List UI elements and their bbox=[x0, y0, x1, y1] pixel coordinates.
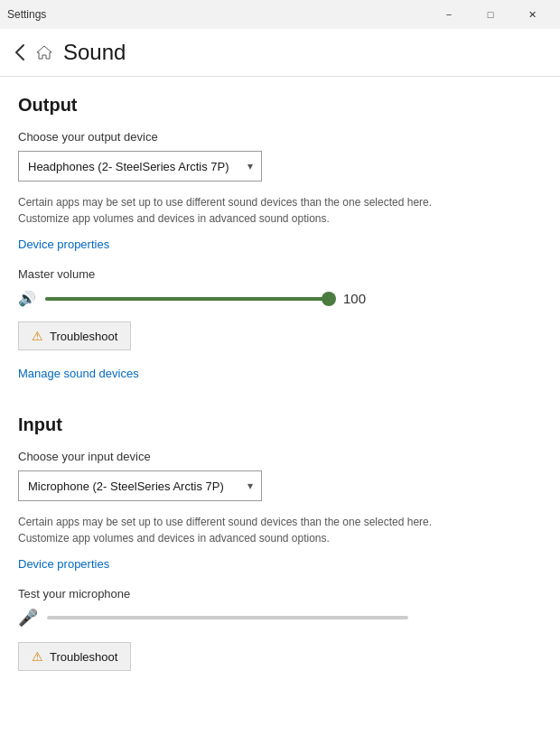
main-content: Output Choose your output device Headpho… bbox=[0, 77, 560, 745]
input-device-properties-link[interactable]: Device properties bbox=[18, 557, 109, 571]
input-device-select-wrap: Microphone (2- SteelSeries Arctis 7P) ▾ bbox=[18, 470, 262, 501]
manage-sound-devices-link[interactable]: Manage sound devices bbox=[18, 367, 139, 380]
titlebar-controls: − □ ✕ bbox=[428, 0, 553, 29]
input-section-title: Input bbox=[18, 414, 542, 435]
warning-icon: ⚠ bbox=[32, 329, 43, 343]
volume-slider-fill bbox=[45, 297, 334, 301]
back-button[interactable] bbox=[14, 43, 25, 61]
titlebar: Settings − □ ✕ bbox=[0, 0, 560, 29]
page-title: Sound bbox=[63, 40, 126, 65]
mic-level-track bbox=[47, 616, 408, 619]
microphone-icon: 🎤 bbox=[18, 608, 38, 628]
volume-label: Master volume bbox=[18, 267, 542, 281]
titlebar-left: Settings bbox=[7, 8, 46, 21]
output-device-select[interactable]: Headphones (2- SteelSeries Arctis 7P) bbox=[18, 151, 262, 182]
mic-test-row: 🎤 bbox=[18, 608, 542, 628]
volume-row: 🔊 100 bbox=[18, 290, 542, 307]
input-device-label: Choose your input device bbox=[18, 450, 542, 463]
volume-slider-thumb bbox=[322, 292, 336, 306]
input-section: Input Choose your input device Microphon… bbox=[18, 414, 542, 671]
input-description: Certain apps may be set up to use differ… bbox=[18, 514, 434, 546]
speaker-icon: 🔊 bbox=[18, 290, 36, 307]
output-troubleshoot-button[interactable]: ⚠ Troubleshoot bbox=[18, 321, 131, 350]
titlebar-title: Settings bbox=[7, 8, 46, 21]
output-device-label: Choose your output device bbox=[18, 130, 542, 144]
warning-icon: ⚠ bbox=[32, 649, 43, 664]
minimize-button[interactable]: − bbox=[428, 0, 470, 29]
close-button[interactable]: ✕ bbox=[511, 0, 553, 29]
section-divider bbox=[18, 396, 542, 414]
mic-test-label: Test your microphone bbox=[18, 587, 542, 601]
back-icon bbox=[14, 43, 25, 61]
output-section: Output Choose your output device Headpho… bbox=[18, 95, 542, 396]
input-troubleshoot-label: Troubleshoot bbox=[50, 650, 117, 664]
maximize-button[interactable]: □ bbox=[470, 0, 511, 29]
input-troubleshoot-button[interactable]: ⚠ Troubleshoot bbox=[18, 642, 131, 671]
input-device-select[interactable]: Microphone (2- SteelSeries Arctis 7P) bbox=[18, 470, 262, 501]
output-section-title: Output bbox=[18, 95, 542, 116]
volume-slider-track[interactable] bbox=[45, 297, 334, 301]
home-icon bbox=[36, 44, 52, 61]
page-header: Sound bbox=[0, 29, 560, 77]
output-device-properties-link[interactable]: Device properties bbox=[18, 237, 109, 251]
output-description: Certain apps may be set up to use differ… bbox=[18, 194, 434, 227]
output-device-select-wrap: Headphones (2- SteelSeries Arctis 7P) ▾ bbox=[18, 151, 262, 182]
output-troubleshoot-label: Troubleshoot bbox=[50, 330, 117, 343]
volume-value: 100 bbox=[343, 291, 378, 306]
